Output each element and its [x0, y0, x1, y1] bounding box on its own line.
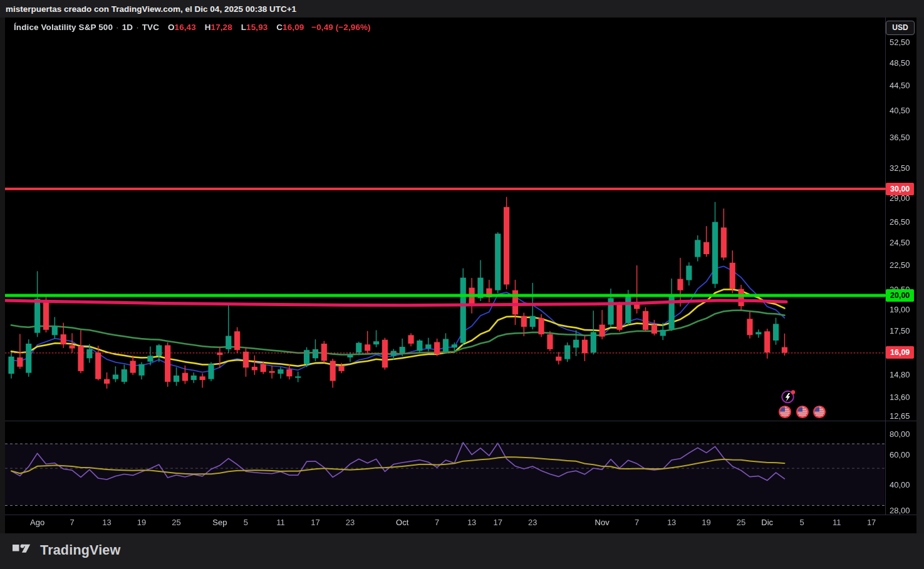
time-axis-tick[interactable]: 17	[867, 518, 876, 527]
price-axis-tick: 22,50	[890, 260, 910, 269]
price-axis-tick: 40,50	[890, 105, 910, 115]
time-axis-tick[interactable]: 25	[172, 518, 180, 527]
symbol-legend: Índice Volatility S&P 500·1D·TVC O16,43 …	[14, 23, 371, 32]
symbol-title[interactable]: Índice Volatility S&P 500	[14, 23, 113, 32]
price-axis-tick: 19,00	[890, 304, 910, 314]
time-axis-tick[interactable]: Dic	[761, 518, 773, 527]
price-axis-tick: 44,50	[890, 81, 910, 90]
time-axis-tick[interactable]: 19	[137, 518, 146, 527]
price-axis-tick: 36,50	[890, 133, 910, 142]
rsi-axis-tick: 80,00	[890, 429, 910, 439]
tradingview-logo-text: TradingView	[40, 543, 120, 558]
time-axis-tick[interactable]: 13	[667, 518, 676, 527]
price-level-badge: 16,09	[886, 346, 914, 359]
publication-title: misterpuertas creado con TradingView.com…	[6, 4, 296, 14]
price-axis-tick: 32,50	[890, 163, 910, 173]
right-edge-strip	[916, 18, 924, 533]
price-axis-tick: 13,60	[890, 392, 910, 401]
time-axis-tick[interactable]: 5	[800, 518, 804, 527]
currency-button[interactable]: USD	[886, 21, 915, 35]
symbol-interval[interactable]: 1D	[122, 23, 133, 32]
high-label: H	[205, 23, 211, 32]
publication-title-bar: misterpuertas creado con TradingView.com…	[0, 0, 924, 18]
time-axis-tick[interactable]: Sep	[212, 518, 227, 527]
price-axis-tick: 48,50	[890, 58, 910, 67]
time-axis-tick[interactable]: 11	[833, 518, 841, 527]
time-axis-tick[interactable]: 23	[346, 518, 355, 527]
legend-separator: ·	[116, 23, 119, 32]
price-level-badge: 30,00	[886, 183, 914, 195]
price-axis-tick: 14,80	[890, 370, 910, 379]
chart-window: misterpuertas creado con TradingView.com…	[0, 0, 924, 569]
price-level-badge: 20,00	[886, 289, 914, 302]
time-axis-tick[interactable]: 13	[102, 518, 111, 527]
time-axis-tick[interactable]: 11	[276, 518, 285, 527]
footer-bar: TradingView	[0, 533, 924, 569]
rsi-axis-tick: 28,00	[890, 505, 910, 515]
rsi-axis-tick: 60,00	[890, 450, 910, 459]
time-axis-tick[interactable]: 5	[244, 518, 248, 527]
price-axis-tick: 17,50	[890, 326, 910, 336]
tradingview-logo-icon	[13, 542, 34, 558]
time-axis-tick[interactable]: 17	[493, 518, 502, 527]
price-axis-tick: 52,50	[890, 37, 910, 46]
price-axis-tick: 26,50	[890, 217, 910, 226]
change-value: −0,49 (−2,96%)	[311, 23, 370, 32]
low-value: 15,93	[246, 23, 267, 32]
time-axis-tick[interactable]: 7	[70, 518, 74, 527]
time-axis-tick[interactable]: 19	[702, 518, 710, 527]
left-edge-strip	[0, 18, 5, 533]
time-axis-tick[interactable]: Oct	[396, 518, 408, 527]
price-axis-tick: 12,65	[890, 411, 910, 421]
us-flag-event-icon[interactable]	[812, 405, 826, 421]
low-label: L	[241, 23, 246, 32]
time-axis-tick[interactable]: 7	[635, 518, 639, 527]
tradingview-logo[interactable]: TradingView	[13, 542, 120, 558]
time-axis-tick[interactable]: Ago	[30, 518, 44, 527]
open-label: O	[168, 23, 175, 32]
rsi-axis-tick: 40,00	[890, 479, 910, 489]
high-value: 17,28	[211, 23, 232, 32]
close-value: 16,09	[283, 23, 304, 32]
time-axis-tick[interactable]: 25	[737, 518, 745, 527]
open-value: 16,43	[175, 23, 196, 32]
us-flag-event-icon[interactable]	[796, 405, 809, 421]
legend-separator: ·	[136, 23, 139, 32]
price-axis-tick: 24,50	[890, 237, 910, 247]
us-flag-event-icon[interactable]	[778, 405, 792, 421]
time-axis-tick[interactable]: Nov	[595, 518, 610, 527]
time-axis-tick[interactable]: 13	[467, 518, 476, 527]
close-label: C	[276, 23, 283, 32]
price-chart-canvas[interactable]	[0, 0, 924, 569]
economic-events-lightning-icon[interactable]	[780, 388, 796, 407]
time-axis-tick[interactable]: 17	[311, 518, 319, 527]
time-axis-tick[interactable]: 23	[528, 518, 537, 527]
time-axis-tick[interactable]: 7	[435, 518, 439, 527]
symbol-exchange: TVC	[142, 23, 159, 32]
